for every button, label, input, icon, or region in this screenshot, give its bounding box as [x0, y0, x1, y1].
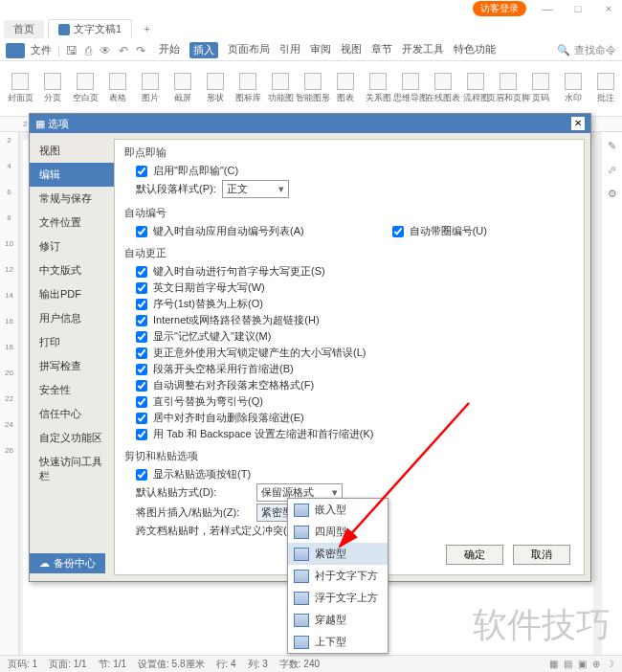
pencil-icon[interactable]: ✎: [608, 140, 616, 152]
nav-item[interactable]: 中文版式: [30, 258, 114, 282]
autocorrect-checkbox[interactable]: [136, 315, 147, 326]
autocorrect-checkbox[interactable]: [136, 299, 147, 310]
dropdown-item[interactable]: 嵌入型: [288, 499, 388, 521]
nav-item[interactable]: 信任中心: [30, 402, 114, 426]
cancel-button[interactable]: 取消: [513, 545, 570, 565]
tab-add[interactable]: +: [136, 23, 157, 34]
undo-icon[interactable]: ↶: [119, 44, 128, 57]
save-icon[interactable]: 🖫: [66, 44, 78, 57]
preview-icon[interactable]: 👁: [100, 44, 111, 57]
autocorrect-checkbox[interactable]: [136, 413, 147, 424]
pointer-icon[interactable]: ⬀: [608, 164, 616, 176]
tab-document[interactable]: 文字文稿1: [48, 19, 132, 38]
dropdown-item[interactable]: 浮于文字上方: [288, 587, 388, 609]
autocorrect-checkbox[interactable]: [136, 364, 147, 375]
autocorrect-checkbox[interactable]: [136, 429, 147, 440]
auto-circle-number-checkbox[interactable]: [392, 226, 404, 237]
ribbon-group[interactable]: 页眉和页脚: [494, 73, 522, 104]
ribbon-group[interactable]: 截屏: [168, 73, 197, 104]
dropdown-label: 上下型: [315, 635, 346, 649]
ribbon-group[interactable]: 图表: [331, 73, 360, 104]
menu-item[interactable]: 开始: [159, 42, 180, 58]
ribbon-group[interactable]: 分页: [38, 73, 67, 104]
nav-item[interactable]: 常规与保存: [30, 187, 114, 211]
ribbon-group[interactable]: 功能图: [266, 73, 295, 104]
dropdown-label: 衬于文字下方: [315, 569, 378, 583]
ribbon-group[interactable]: 形状: [201, 73, 230, 104]
ribbon-group[interactable]: 封面页: [6, 73, 34, 104]
ok-button[interactable]: 确定: [446, 545, 503, 565]
nav-item[interactable]: 视图: [30, 139, 114, 163]
nav-item[interactable]: 文件位置: [30, 211, 114, 235]
view-icon[interactable]: ☽: [606, 659, 614, 669]
auto-number-list-checkbox[interactable]: [136, 226, 147, 237]
wrap-type-dropdown[interactable]: 嵌入型四周型紧密型衬于文字下方浮于文字上方穿越型上下型: [287, 498, 389, 654]
autocorrect-checkbox[interactable]: [136, 266, 147, 278]
search-box[interactable]: 🔍查找命令: [557, 43, 616, 57]
autocorrect-checkbox[interactable]: [136, 347, 147, 359]
view-icon[interactable]: ▣: [578, 659, 587, 669]
menu-item[interactable]: 审阅: [310, 42, 331, 58]
print-icon[interactable]: ⎙: [85, 44, 92, 57]
autocorrect-checkbox[interactable]: [136, 282, 147, 294]
ribbon-group[interactable]: 关系图: [364, 73, 392, 104]
menu-item[interactable]: 视图: [341, 42, 362, 58]
dropdown-item[interactable]: 上下型: [288, 631, 388, 653]
dropdown-item[interactable]: 紧密型: [288, 543, 388, 565]
ribbon-group[interactable]: 流程图: [461, 73, 490, 104]
file-menu[interactable]: 文件: [31, 43, 52, 57]
min-button[interactable]: —: [538, 3, 557, 14]
ribbon-group[interactable]: 表格: [103, 73, 132, 104]
dropdown-item[interactable]: 四周型: [288, 521, 388, 543]
settings-icon[interactable]: ⚙: [608, 188, 617, 200]
ribbon-group[interactable]: 空白页: [71, 73, 100, 104]
ribbon-group[interactable]: 批注: [591, 73, 620, 104]
ribbon-label: 页眉和页脚: [487, 92, 530, 104]
ribbon-group[interactable]: 在线图表: [429, 73, 457, 104]
autocorrect-checkbox[interactable]: [136, 396, 147, 408]
nav-item[interactable]: 打印: [30, 330, 114, 354]
view-icon[interactable]: ▤: [564, 659, 572, 669]
menu-item[interactable]: 开发工具: [402, 42, 444, 58]
ribbon-group[interactable]: 智能图形: [299, 73, 327, 104]
dialog-close-button[interactable]: ✕: [571, 117, 585, 130]
nav-item[interactable]: 拼写检查: [30, 354, 114, 378]
menu-item[interactable]: 引用: [279, 42, 300, 58]
wrap-icon: [294, 548, 309, 561]
view-icon[interactable]: ⊕: [592, 659, 600, 669]
menu-item[interactable]: 特色功能: [454, 42, 496, 58]
max-button[interactable]: □: [568, 3, 588, 14]
view-icon[interactable]: ▦: [549, 659, 558, 669]
nav-item[interactable]: 用户信息: [30, 306, 114, 330]
dropdown-item[interactable]: 衬于文字下方: [288, 565, 388, 587]
redo-icon[interactable]: ↷: [136, 44, 145, 57]
ribbon-group[interactable]: 页码: [526, 73, 555, 104]
autocorrect-checkbox[interactable]: [136, 380, 147, 392]
paragraph-style-select[interactable]: 正文: [222, 180, 289, 198]
nav-item[interactable]: 快速访问工具栏: [30, 450, 114, 488]
enable-click-type-checkbox[interactable]: [136, 166, 147, 177]
show-paste-options-checkbox[interactable]: [136, 469, 147, 481]
nav-item[interactable]: 输出PDF: [30, 282, 114, 306]
nav-item[interactable]: 修订: [30, 235, 114, 258]
autocorrect-checkbox[interactable]: [136, 331, 147, 343]
ribbon-label: 空白页: [73, 92, 99, 104]
close-button[interactable]: ×: [599, 3, 618, 14]
login-button[interactable]: 访客登录: [473, 1, 526, 16]
ribbon-group[interactable]: 图片: [136, 73, 165, 104]
dropdown-item[interactable]: 穿越型: [288, 609, 388, 631]
menu-item-insert[interactable]: 插入: [189, 42, 218, 58]
backup-center-button[interactable]: ☁ 备份中心: [30, 553, 105, 573]
tab-home[interactable]: 首页: [4, 20, 44, 38]
ribbon-label: 功能图: [268, 92, 294, 104]
menu-item[interactable]: 章节: [371, 42, 392, 58]
ribbon-group[interactable]: 图标库: [233, 73, 262, 104]
nav-item[interactable]: 编辑: [30, 163, 114, 187]
checkbox-label: 英文日期首字母大写(W): [153, 280, 265, 295]
ribbon-group[interactable]: 思维导图: [396, 73, 425, 104]
menu-item[interactable]: 页面布局: [228, 42, 270, 58]
ribbon-group[interactable]: 水印: [559, 73, 588, 104]
nav-item[interactable]: 自定义功能区: [30, 426, 114, 450]
nav-item[interactable]: 安全性: [30, 378, 114, 402]
app-menu-icon[interactable]: [6, 43, 25, 58]
